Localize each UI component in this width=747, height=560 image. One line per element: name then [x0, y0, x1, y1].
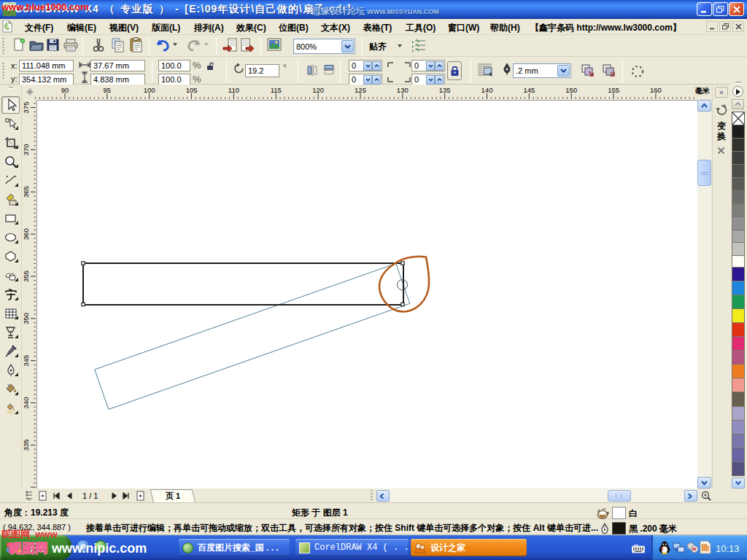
svg-text:335: 335 [22, 439, 30, 451]
svg-text:370: 370 [22, 144, 30, 155]
svg-text:120: 120 [312, 86, 324, 94]
svg-text:150: 150 [565, 86, 577, 94]
svg-text:90: 90 [61, 86, 69, 94]
svg-text:155: 155 [608, 86, 619, 94]
svg-text:365: 365 [22, 186, 30, 198]
svg-text:115: 115 [271, 86, 282, 94]
svg-text:135: 135 [439, 86, 451, 94]
svg-text:130: 130 [397, 86, 409, 94]
svg-text:145: 145 [523, 86, 535, 94]
svg-text:160: 160 [650, 86, 662, 94]
svg-text:110: 110 [228, 86, 239, 94]
svg-text:95: 95 [104, 86, 112, 94]
svg-text:100: 100 [144, 86, 155, 94]
svg-text:105: 105 [186, 86, 198, 94]
svg-text:375: 375 [22, 102, 30, 114]
svg-text:350: 350 [22, 313, 30, 324]
svg-text:140: 140 [481, 86, 493, 94]
svg-text:360: 360 [22, 228, 30, 240]
svg-text:355: 355 [22, 271, 30, 282]
svg-text:345: 345 [22, 355, 30, 367]
svg-text:125: 125 [355, 86, 366, 94]
svg-text:340: 340 [22, 397, 30, 409]
